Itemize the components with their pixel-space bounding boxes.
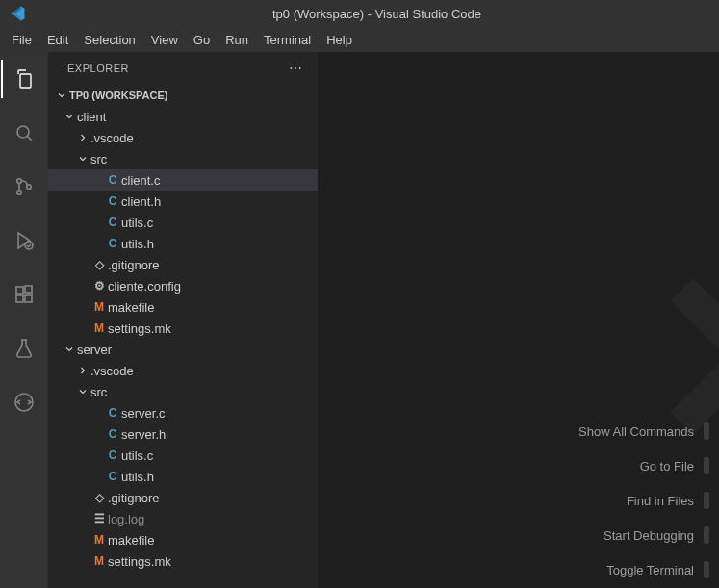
c-file-icon: C <box>104 194 121 208</box>
file-row[interactable]: Cserver.c <box>48 402 318 423</box>
menu-go[interactable]: Go <box>186 31 218 49</box>
cmd-start-debugging[interactable]: Start Debugging <box>603 526 709 544</box>
folder-row[interactable]: src <box>48 148 318 169</box>
keyhint-icon <box>704 492 709 509</box>
menu-view[interactable]: View <box>143 31 186 49</box>
log-icon: ☰ <box>90 512 108 525</box>
file-row[interactable]: Msettings.mk <box>48 550 318 572</box>
folder-row[interactable]: client <box>48 106 318 127</box>
cmd-label: Show All Commands <box>578 424 694 439</box>
file-label: client.c <box>121 173 160 188</box>
file-row[interactable]: Cutils.h <box>48 466 318 487</box>
cmd-label: Find in Files <box>627 494 694 508</box>
c-file-icon: C <box>104 173 121 187</box>
title-bar: tp0 (Workspace) - Visual Studio Code <box>0 0 719 27</box>
activity-testing-icon[interactable] <box>1 329 47 368</box>
svg-point-1 <box>17 179 22 184</box>
file-row[interactable]: Cutils.c <box>48 445 318 466</box>
activity-source-control-icon[interactable] <box>1 167 47 206</box>
c-file-icon: C <box>104 470 121 483</box>
vscode-logo-icon <box>0 5 35 22</box>
activity-extensions-icon[interactable] <box>1 275 47 314</box>
makefile-icon: M <box>90 300 108 314</box>
file-row[interactable]: Cutils.h <box>48 233 318 254</box>
workspace-header[interactable]: TP0 (WORKSPACE) <box>48 85 318 106</box>
menu-selection[interactable]: Selection <box>76 31 142 49</box>
folder-label: .vscode <box>90 364 134 378</box>
svg-rect-7 <box>25 295 32 302</box>
gitignore-icon: ◇ <box>90 258 108 271</box>
file-label: server.h <box>121 427 166 442</box>
file-label: makefile <box>108 533 154 548</box>
file-label: utils.h <box>121 237 154 251</box>
chevron-down-icon <box>75 153 90 165</box>
chevron-down-icon <box>75 386 90 397</box>
file-label: utils.h <box>121 470 154 484</box>
file-row[interactable]: Cclient.h <box>48 191 318 212</box>
activity-run-debug-icon[interactable] <box>1 221 47 260</box>
c-file-icon: C <box>104 216 121 229</box>
menu-run[interactable]: Run <box>218 31 256 49</box>
menu-help[interactable]: Help <box>319 31 360 49</box>
svg-point-3 <box>27 185 32 190</box>
file-row[interactable]: ◇.gitignore <box>48 254 318 275</box>
folder-row[interactable]: .vscode <box>48 360 318 381</box>
svg-point-2 <box>17 191 22 195</box>
file-row[interactable]: ◇.gitignore <box>48 487 318 508</box>
sidebar-header: EXPLORER ⋯ <box>48 52 318 85</box>
activity-explorer-icon[interactable] <box>1 60 47 98</box>
menu-edit[interactable]: Edit <box>39 31 76 49</box>
chevron-down-icon <box>62 344 77 355</box>
svg-point-0 <box>17 126 29 138</box>
activity-search-icon[interactable] <box>1 114 47 152</box>
file-row[interactable]: Cutils.c <box>48 212 318 233</box>
cmd-find-in-files[interactable]: Find in Files <box>627 492 709 509</box>
file-label: makefile <box>108 300 154 315</box>
menu-file[interactable]: File <box>4 31 39 49</box>
folder-label: .vscode <box>90 131 134 145</box>
cmd-label: Start Debugging <box>603 528 694 543</box>
cmd-label: Toggle Terminal <box>606 563 694 577</box>
activity-remote-icon[interactable] <box>1 383 47 422</box>
c-file-icon: C <box>104 448 121 462</box>
chevron-down-icon <box>54 89 69 101</box>
chevron-right-icon <box>75 132 90 143</box>
makefile-icon: M <box>90 533 108 547</box>
cmd-show-all-commands[interactable]: Show All Commands <box>578 422 709 440</box>
svg-rect-5 <box>16 287 23 294</box>
svg-rect-8 <box>25 286 32 293</box>
window-title: tp0 (Workspace) - Visual Studio Code <box>272 7 481 21</box>
file-label: .gitignore <box>108 258 159 272</box>
file-row[interactable]: Msettings.mk <box>48 318 318 339</box>
file-row[interactable]: Mmakefile <box>48 296 318 318</box>
file-row[interactable]: ⚙cliente.config <box>48 275 318 296</box>
cmd-label: Go to File <box>640 459 694 473</box>
folder-label: server <box>77 343 112 357</box>
file-label: client.h <box>121 194 161 209</box>
folder-row[interactable]: src <box>48 381 318 402</box>
welcome-commands: Show All Commands Go to File Find in Fil… <box>578 422 709 578</box>
svg-rect-6 <box>16 295 23 302</box>
workspace-title: TP0 (WORKSPACE) <box>69 89 167 101</box>
sidebar-more-icon[interactable]: ⋯ <box>289 61 304 76</box>
chevron-right-icon <box>75 365 90 376</box>
folder-row[interactable]: server <box>48 339 318 360</box>
keyhint-icon <box>704 561 709 578</box>
keyhint-icon <box>704 457 709 474</box>
menu-terminal[interactable]: Terminal <box>256 31 319 49</box>
file-row[interactable]: Mmakefile <box>48 529 318 550</box>
cmd-toggle-terminal[interactable]: Toggle Terminal <box>606 561 709 578</box>
file-row[interactable]: Cserver.h <box>48 423 318 445</box>
folder-row[interactable]: .vscode <box>48 127 318 148</box>
file-row[interactable]: Cclient.c <box>48 169 318 191</box>
folder-label: client <box>77 110 106 124</box>
file-row[interactable]: ☰log.log <box>48 508 318 529</box>
activity-bar <box>0 52 48 588</box>
keyhint-icon <box>704 526 709 544</box>
c-file-icon: C <box>104 427 121 441</box>
cmd-go-to-file[interactable]: Go to File <box>640 457 709 474</box>
file-label: utils.c <box>121 448 153 463</box>
sidebar-title: EXPLORER <box>67 63 129 74</box>
makefile-icon: M <box>90 321 108 335</box>
menu-bar: File Edit Selection View Go Run Terminal… <box>0 27 719 52</box>
